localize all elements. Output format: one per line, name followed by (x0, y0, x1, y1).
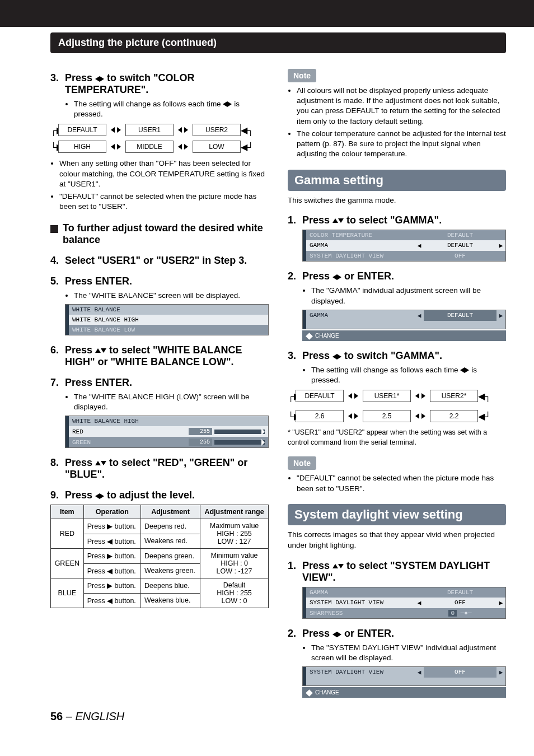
flow-box: USER2 (193, 124, 241, 136)
table-cell: GREEN (51, 549, 84, 578)
flow-arrow-icon (411, 413, 430, 419)
triangle-right-icon (337, 628, 341, 639)
step-4-heading: 4. Select "USER1" or "USER2" in Step 3. (50, 255, 269, 267)
step-7-bullet: The "WHITE BALANCE HIGH (LOW)" screen wi… (74, 392, 269, 412)
gamma-step-2: 2. Press or ENTER. (288, 270, 506, 282)
flow-box: USER1* (363, 390, 411, 402)
flow-box: LOW (193, 141, 241, 153)
table-cell: Minimum value HIGH : 0 LOW : -127 (200, 549, 269, 578)
table-cell: Press ▶ button. (83, 519, 140, 534)
sdv-step-1: 1. Press to select "SYSTEM DAYLIGHT VIEW… (288, 560, 506, 584)
flow-box: 2.5 (363, 410, 411, 422)
triangle-left-icon (95, 489, 100, 501)
triangle-right-icon (337, 350, 341, 361)
right-column: Note All colours will not be displayed p… (288, 63, 506, 698)
table-cell: Deepens red. (141, 519, 200, 534)
table-cell: Weakens green. (141, 563, 200, 578)
gamma-intro: This switches the gamma mode. (288, 195, 506, 206)
note-label: Note (288, 69, 316, 82)
white-balance-menu: WHITE BALANCE WHITE BALANCE HIGH WHITE B… (65, 304, 269, 335)
flow-box: USER2* (430, 390, 478, 402)
note-bullet: The colour temperature cannot be adjuste… (297, 129, 506, 160)
gamma-heading: Gamma setting (288, 170, 506, 191)
step-6-heading: 6. Press to select "WHITE BALANCE HIGH" … (50, 344, 269, 368)
flow-box: DEFAULT (296, 390, 344, 402)
step-9-heading: 9. Press to adjust the level. (50, 489, 269, 501)
sdv-menu-1: GAMMADEFAULT SYSTEM DAYLIGHT VIEW◀OFF▶ S… (302, 587, 506, 619)
flow-arrow-icon (344, 413, 363, 419)
table-cell: Deepens green. (141, 549, 200, 564)
flow-arrow-icon (106, 127, 125, 133)
color-temp-flow: ┌▶ DEFAULT USER1 USER2 ◀┐ └▶ HIGH (50, 124, 269, 153)
table-cell: Press ▶ button. (83, 549, 140, 564)
adjustment-table: Item Operation Adjustment Adjustment ran… (50, 505, 269, 608)
sub-heading-white-balance: To further adjust toward the desired whi… (50, 222, 269, 246)
flow-box: USER1 (125, 124, 174, 136)
triangle-left-icon (332, 350, 337, 361)
diamond-icon (306, 333, 313, 340)
flow-box: 2.6 (296, 410, 344, 422)
triangle-down-icon (101, 457, 106, 468)
triangle-right-icon (337, 270, 341, 282)
triangle-right-icon (100, 489, 104, 501)
table-header: Adjustment range (200, 505, 269, 519)
page-footer: 56 – ENGLISH (50, 710, 506, 723)
gamma-menu-1: COLOR TEMPERATUREDEFAULT GAMMA◀DEFAULT▶ … (302, 230, 506, 262)
top-black-band (0, 0, 534, 27)
white-balance-high-menu: WHITE BALANCE HIGH RED255 GREEN255 (65, 416, 269, 448)
step-3-heading: 3. Press to switch "COLOR TEMPERATURE". (50, 72, 269, 96)
table-cell: RED (51, 519, 84, 549)
note-bullet: All colours will not be displayed proper… (297, 86, 506, 127)
change-footer: CHANGE (302, 687, 506, 698)
table-cell: Press ◀ button. (83, 534, 140, 549)
table-cell: Default HIGH : 255 LOW : 0 (200, 578, 269, 608)
section-title: Adjusting the picture (continued) (50, 32, 506, 53)
flow-box: 2.2 (430, 410, 478, 422)
table-header: Adjustment (141, 505, 200, 519)
gamma-step-2-bullet: The "GAMMA" individual adjustment screen… (311, 286, 506, 306)
table-cell: Press ◀ button. (83, 563, 140, 578)
step-3-bullet: The setting will change as follows each … (74, 99, 269, 119)
sdv-intro: This corrects images so that they appear… (288, 530, 506, 551)
triangle-down-icon (101, 344, 106, 356)
table-header: Item (51, 505, 84, 519)
note-bullet: "DEFAULT" cannot be selected when the pi… (59, 192, 269, 212)
triangle-right-icon (100, 72, 104, 83)
change-footer: CHANGE (302, 330, 506, 341)
triangle-up-icon (332, 560, 338, 571)
step-7-heading: 7. Press ENTER. (50, 377, 269, 389)
note-label: Note (288, 456, 316, 470)
triangle-left-icon (332, 270, 337, 282)
table-header: Operation (83, 505, 140, 519)
triangle-up-icon (332, 214, 338, 226)
left-column: 3. Press to switch "COLOR TEMPERATURE". … (50, 63, 269, 698)
triangle-down-icon (338, 560, 344, 571)
gamma-flow: ┌▶ DEFAULT USER1* USER2* ◀┐ └▶ 2.6 (288, 390, 506, 422)
note-bullet: "DEFAULT" cannot be selected when the pi… (297, 473, 506, 493)
triangle-left-icon (95, 72, 100, 83)
diamond-icon (306, 689, 313, 697)
triangle-left-icon (332, 628, 337, 639)
note-bullet: When any setting other than "OFF" has be… (59, 158, 269, 189)
gamma-footnote: * "USER1" and "USER2" appear when the se… (288, 428, 506, 447)
triangle-up-icon (95, 344, 101, 356)
step-5-heading: 5. Press ENTER. (50, 276, 269, 287)
flow-arrow-icon (106, 143, 125, 150)
sdv-step-2-bullet: The "SYSTEM DAYLIGHT VIEW" individual ad… (311, 643, 506, 663)
table-cell: BLUE (51, 578, 84, 608)
table-cell: Weakens blue. (141, 593, 200, 608)
step-8-heading: 8. Press to select "RED", "GREEN" or "BL… (50, 457, 269, 480)
flow-arrow-icon (174, 127, 193, 133)
slider-bar (214, 430, 265, 434)
flow-arrow-icon (344, 393, 363, 399)
table-cell: Deepens blue. (141, 578, 200, 594)
step-5-bullet: The "WHITE BALANCE" screen will be displ… (74, 291, 269, 301)
flow-arrow-icon (174, 143, 193, 150)
gamma-step-3: 3. Press to switch "GAMMA". (288, 350, 506, 362)
table-cell: Weakens red. (141, 534, 200, 549)
slider-bar (214, 440, 265, 445)
triangle-down-icon (338, 214, 344, 226)
sdv-step-2: 2. Press or ENTER. (288, 628, 506, 640)
gamma-step-3-bullet: The setting will change as follows each … (311, 365, 506, 385)
triangle-up-icon (95, 457, 101, 468)
